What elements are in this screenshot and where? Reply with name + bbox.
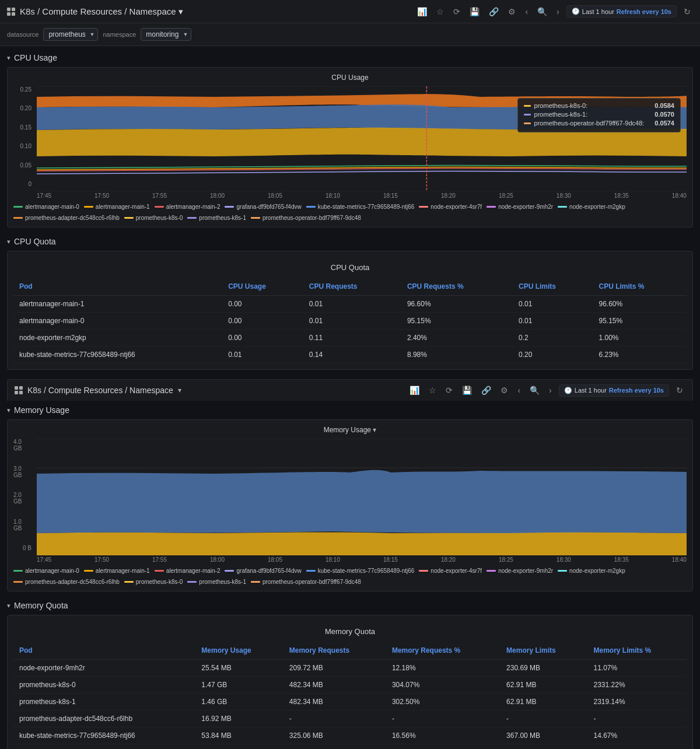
datasource-select[interactable]: prometheus xyxy=(43,28,98,41)
bar-chart-icon[interactable]: 📊 xyxy=(415,5,429,19)
cpu-quota-toggle: ▾ xyxy=(7,238,10,246)
tooltip-val-1: 0.0584 xyxy=(648,102,674,109)
col-cpu-limits-pct: CPU Limits % xyxy=(593,278,687,296)
legend-item-node-exp-9mh2r: node-exporter-9mh2r xyxy=(487,204,553,210)
settings-icon[interactable]: ⚙ xyxy=(506,5,518,19)
memory-quota-toggle: ▾ xyxy=(7,602,10,610)
table-row: alertmanager-main-1 0.00 0.01 96.60% 0.0… xyxy=(13,296,687,313)
col-cpu-usage: CPU Usage xyxy=(222,278,303,296)
forward-icon[interactable]: › xyxy=(554,5,562,19)
second-link-icon[interactable]: 🔗 xyxy=(479,383,494,397)
cpu-usage-section-header[interactable]: ▾ CPU Usage xyxy=(7,53,693,62)
table-row: prometheus-adapter-dc548cc6-r6lhb 16.92 … xyxy=(13,710,687,727)
table-row: prometheus-k8s-1 1.46 GB 482.34 MB 302.5… xyxy=(13,694,687,710)
memory-usage-section-header[interactable]: ▾ Memory Usage xyxy=(7,405,693,415)
breadcrumb-dropdown[interactable]: ▾ xyxy=(178,6,183,16)
second-refresh-label[interactable]: Refresh every 10s xyxy=(609,387,664,394)
zoom-icon[interactable]: 🔍 xyxy=(535,5,550,19)
mem-legend-am2: alertmanager-main-2 xyxy=(155,568,220,574)
memory-usage-chart-area xyxy=(37,439,687,555)
datasource-label: datasource xyxy=(7,31,38,38)
legend-item-prom-k8s-0: prometheus-k8s-0 xyxy=(124,215,183,221)
cpu-usage-y-labels: 0.25 0.20 0.15 0.10 0.05 0 xyxy=(13,86,34,187)
time-range-label: Last 1 hour xyxy=(582,8,614,15)
second-back-icon[interactable]: ‹ xyxy=(515,383,523,397)
mem-legend-kube-state: kube-state-metrics-77c9658489-ntj66 xyxy=(306,568,415,574)
mem-col-limits: Memory Limits xyxy=(501,642,587,660)
share-icon[interactable]: ⟳ xyxy=(451,5,463,19)
memory-quota-table-title: Memory Quota xyxy=(13,621,687,642)
memory-quota-section-header[interactable]: ▾ Memory Quota xyxy=(7,601,693,610)
memory-usage-svg xyxy=(37,439,687,555)
memory-chart-dropdown[interactable]: ▾ xyxy=(373,426,376,434)
cpu-quota-section: ▾ CPU Quota CPU Quota Pod CPU Usage CPU … xyxy=(7,237,693,370)
second-save-icon[interactable]: 💾 xyxy=(460,383,474,397)
memory-usage-chart-container: 4.0 GB 3.0 GB 2.0 GB 1.0 GB 0 B xyxy=(13,439,687,563)
memory-usage-chart-title: Memory Usage ▾ xyxy=(13,426,687,434)
link-icon[interactable]: 🔗 xyxy=(487,5,501,19)
cpu-quota-section-header[interactable]: ▾ CPU Quota xyxy=(7,237,693,246)
tooltip-val-3: 0.0574 xyxy=(648,120,674,127)
tooltip-dot-3 xyxy=(524,123,531,124)
save-icon[interactable]: 💾 xyxy=(467,5,482,19)
mem-legend-node-exp-m2gkp: node-exporter-m2gkp xyxy=(558,568,625,574)
mem-col-usage: Memory Usage xyxy=(195,642,283,660)
legend-item-node-exp-m2gkp: node-exporter-m2gkp xyxy=(558,204,625,210)
second-time-range-label: Last 1 hour xyxy=(575,387,607,394)
memory-usage-chart-panel: Memory Usage ▾ 4.0 GB 3.0 GB 2.0 GB 1.0 … xyxy=(7,419,693,592)
header-right: 📊 ☆ ⟳ 💾 🔗 ⚙ ‹ 🔍 › 🕐 Last 1 hour Refresh … xyxy=(415,5,693,19)
legend-item-am0: alertmanager-main-0 xyxy=(13,204,79,210)
refresh-icon[interactable]: ↻ xyxy=(681,5,693,19)
namespace-select[interactable]: monitoring xyxy=(141,28,191,41)
mem-legend-grafana: grafana-df9bfd765-f4dvw xyxy=(225,568,301,574)
filter-bar: datasource prometheus namespace monitori… xyxy=(0,23,700,46)
memory-usage-toggle: ▾ xyxy=(7,407,10,414)
legend-item-node-exp-4sr7f: node-exporter-4sr7f xyxy=(419,204,482,210)
cpu-usage-chart-container: 0.25 0.20 0.15 0.10 0.05 0 xyxy=(13,86,687,199)
memory-quota-title: Memory Quota xyxy=(14,601,68,610)
second-forward-icon[interactable]: › xyxy=(547,383,554,397)
memory-usage-title: Memory Usage xyxy=(14,405,69,415)
header-left: K8s / Compute Resources / Namespace ▾ xyxy=(7,6,183,17)
table-row: kube-state-metrics-77c9658489-ntj66 53.8… xyxy=(13,727,687,744)
cpu-usage-section: ▾ CPU Usage CPU Usage 0.25 0.20 0.15 0.1… xyxy=(7,53,693,228)
clock-icon: 🕐 xyxy=(572,8,580,15)
cpu-usage-x-labels: 17:45 17:50 17:55 18:00 18:05 18:10 18:1… xyxy=(37,192,687,199)
second-time-range: 🕐 Last 1 hour Refresh every 10s xyxy=(559,384,669,397)
second-star-icon[interactable]: ☆ xyxy=(426,383,439,397)
cpu-usage-chart-panel: CPU Usage 0.25 0.20 0.15 0.10 0.05 0 xyxy=(7,67,693,228)
col-cpu-limits: CPU Limits xyxy=(513,278,593,296)
legend-item-prom-k8s-1: prometheus-k8s-1 xyxy=(187,215,246,221)
second-share-icon[interactable]: ⟳ xyxy=(443,383,455,397)
second-refresh-icon[interactable]: ↻ xyxy=(674,383,685,397)
datasource-select-wrapper[interactable]: prometheus xyxy=(43,28,98,41)
second-bar-chart-icon[interactable]: 📊 xyxy=(407,383,422,397)
legend-item-grafana: grafana-df9bfd765-f4dvw xyxy=(225,204,301,210)
second-stacked-header: K8s / Compute Resources / Namespace ▾ 📊 … xyxy=(7,379,693,401)
cpu-usage-toggle: ▾ xyxy=(7,54,10,62)
page-content: ▾ CPU Usage CPU Usage 0.25 0.20 0.15 0.1… xyxy=(0,46,700,749)
tooltip-val-2: 0.0570 xyxy=(648,111,674,118)
mem-legend-prom-operator: prometheus-operator-bdf79ff67-9dc48 xyxy=(251,579,361,585)
grid-icon xyxy=(7,8,15,16)
second-breadcrumb-dropdown[interactable]: ▾ xyxy=(178,386,181,394)
table-row: alertmanager-main-0 16.00 MB 200.00 MB 7… xyxy=(13,744,687,750)
namespace-select-wrapper[interactable]: monitoring xyxy=(141,28,191,41)
top-header: K8s / Compute Resources / Namespace ▾ 📊 … xyxy=(0,0,700,23)
cpu-usage-title: CPU Usage xyxy=(14,53,57,62)
cpu-usage-legend: alertmanager-main-0 alertmanager-main-1 … xyxy=(13,204,687,221)
table-row: kube-state-metrics-77c9658489-ntj66 0.01… xyxy=(13,346,687,363)
cpu-usage-chart-title: CPU Usage xyxy=(13,74,687,82)
refresh-label[interactable]: Refresh every 10s xyxy=(617,8,671,15)
mem-legend-prom-k8s-0: prometheus-k8s-0 xyxy=(124,579,183,585)
cpu-quota-table-title: CPU Quota xyxy=(13,257,687,278)
star-icon[interactable]: ☆ xyxy=(434,5,446,19)
col-cpu-requests-pct: CPU Requests % xyxy=(401,278,513,296)
table-row: node-exporter-9mh2r 25.54 MB 209.72 MB 1… xyxy=(13,660,687,677)
second-settings-icon[interactable]: ⚙ xyxy=(498,383,510,397)
table-row: prometheus-k8s-0 1.47 GB 482.34 MB 304.0… xyxy=(13,677,687,694)
second-zoom-icon[interactable]: 🔍 xyxy=(527,383,542,397)
memory-quota-table: Pod Memory Usage Memory Requests Memory … xyxy=(13,642,687,749)
tooltip-label-2: prometheus-k8s-1: xyxy=(534,111,588,118)
back-icon[interactable]: ‹ xyxy=(523,5,530,19)
